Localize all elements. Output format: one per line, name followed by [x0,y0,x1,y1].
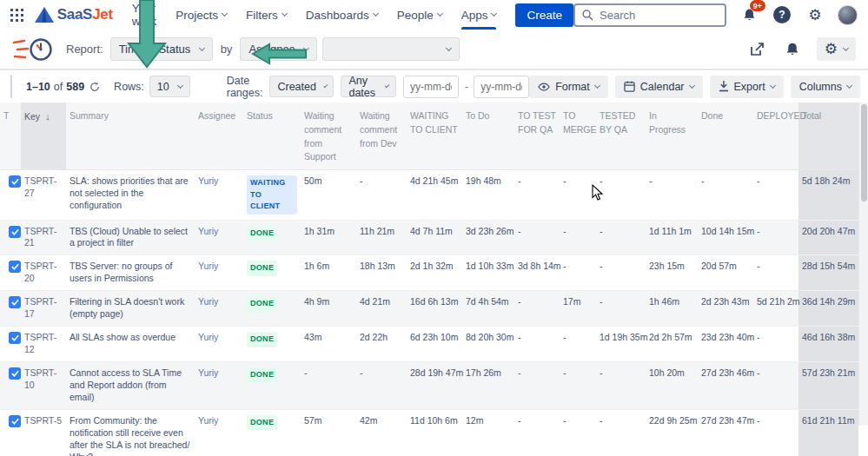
time-value-cell: - [753,409,798,456]
vertical-scrollbar[interactable] [858,102,868,426]
avatar[interactable] [838,5,858,25]
issue-summary-link[interactable]: Filtering in SLA doesn't work (empty pag… [70,296,184,319]
table-view-button[interactable] [11,76,12,97]
issue-key-link[interactable]: TSPRT-17 [24,296,56,319]
create-button[interactable]: Create [515,3,573,27]
column-header-label: Assignee [198,110,235,121]
column-header-tested-by-qa[interactable]: TESTED BY QA [596,102,646,170]
column-header-key[interactable]: Key ↓ [21,102,66,170]
date-to-input[interactable] [474,76,529,98]
issue-key-link[interactable]: TSPRT-21 [24,226,56,248]
assignee-link[interactable]: Yuriy [198,261,218,271]
column-header-to-test-for-qa[interactable]: TO TEST FOR QA [514,102,560,170]
issue-summary-link[interactable]: TBS Server: no groups of users in Permis… [70,261,172,283]
issue-summary-link[interactable]: TBS (Cloud) Unable to select a project i… [70,226,188,248]
column-header-label: WAITING TO CLIENT [410,110,458,135]
search-input[interactable]: Search [573,3,726,27]
task-type-icon[interactable] [9,261,21,273]
brand-jet: Jet [92,6,113,23]
scrollbar-thumb[interactable] [861,104,867,202]
issue-summary-link[interactable]: From Community: the notification still r… [70,415,189,456]
column-header-total[interactable]: Total [798,102,858,170]
time-value-cell: - [646,170,698,221]
nav-item-dashboards[interactable]: Dashboards [306,0,378,30]
column-header-assignee[interactable]: Assignee [195,102,243,170]
column-header-to-do[interactable]: To Do [462,102,514,170]
column-header-to-merge[interactable]: TO MERGE [560,102,596,170]
group-by-select[interactable]: Assignee [240,37,316,61]
task-type-icon[interactable] [9,415,21,427]
issue-summary-link[interactable]: Cannot access to SLA Time and Report add… [70,367,182,402]
column-header-waiting-to-client[interactable]: WAITING TO CLIENT [407,102,462,170]
task-type-icon[interactable] [9,296,21,308]
column-header-summary[interactable]: Summary [66,102,195,170]
issue-summary-link[interactable]: SLA: shows priorities that are not selec… [70,175,189,210]
table-row: TSPRT-21TBS (Cloud) Unable to select a p… [0,220,858,255]
column-header-label: TO MERGE [563,110,597,135]
chevron-down-icon [688,82,694,88]
issue-key-link[interactable]: TSPRT-27 [24,175,56,198]
assignee-link[interactable]: Yuriy [198,332,218,342]
status-badge: DONE [247,415,277,431]
refresh-button[interactable] [88,80,102,94]
report-notifications-button[interactable] [782,39,803,60]
date-field-select[interactable]: Created [269,76,334,97]
issue-key-link[interactable]: TSPRT-12 [24,332,56,354]
task-type-icon[interactable] [9,367,21,380]
button-label: Format [555,81,590,93]
nav-item-people[interactable]: People [397,0,442,30]
report-settings-dropdown[interactable]: ⚙ [817,37,856,61]
assignee-link[interactable]: Yuriy [198,367,218,378]
column-header-in-progress[interactable]: In Progress [646,102,698,170]
assignee-cell: Yuriy [195,327,243,362]
top-navigation: SaaSJet Your workProjectsFiltersDashboar… [0,0,868,30]
nav-item-projects[interactable]: Projects [176,0,227,30]
time-value-cell: - [514,327,560,362]
format-button[interactable]: Format [529,76,608,98]
nav-item-filters[interactable]: Filters [246,0,287,30]
assignee-link[interactable]: Yuriy [198,226,218,236]
task-type-icon[interactable] [9,226,21,238]
issue-key-link[interactable]: TSPRT-10 [24,367,56,390]
table-row: TSPRT-12All SLAs show as overdueYuriyDON… [0,327,858,362]
issue-key-link[interactable]: TSPRT-5 [24,415,62,426]
time-value-cell: 50m [301,170,356,221]
issue-key-link[interactable]: TSPRT-20 [24,261,56,283]
column-header-t[interactable]: T [0,102,21,170]
assignee-link[interactable]: Yuriy [198,296,218,307]
columns-button[interactable]: Columns [791,76,860,98]
assignee-link[interactable]: Yuriy [198,175,218,186]
date-from-input[interactable] [403,76,459,98]
column-header-done[interactable]: Done [698,102,753,170]
task-type-icon[interactable] [9,175,21,188]
task-type-icon[interactable] [9,332,21,344]
report-type-select[interactable]: Time in Status [110,37,213,61]
table-row: TSPRT-10Cannot access to SLA Time and Re… [0,362,858,410]
time-value-cell: - [753,220,798,255]
settings-button[interactable]: ⚙ [805,4,825,25]
app-switcher-icon[interactable] [10,6,24,23]
column-header-waiting-comment-from-support[interactable]: Waiting comment from Support [301,102,356,170]
export-button[interactable]: Export [710,76,784,98]
user-filter-select[interactable] [322,37,460,61]
nav-item-apps[interactable]: Apps [461,0,497,30]
notifications-button[interactable]: 9+ [739,4,759,25]
calendar-button[interactable]: Calendar [615,76,703,98]
date-preset-select[interactable]: Any dates [341,76,396,97]
column-header-status[interactable]: Status [243,102,301,170]
assignee-link[interactable]: Yuriy [198,415,218,426]
search-icon [582,10,593,21]
column-header-deployed[interactable]: DEPLOYED [753,102,798,170]
table-row: TSPRT-27SLA: shows priorities that are n… [0,170,858,221]
rows-per-page-select[interactable]: 10 [149,76,190,97]
column-header-waiting-comment-from-dev[interactable]: Waiting comment from Dev [356,102,407,170]
saasjet-logo[interactable]: SaaSJet [35,6,113,23]
issue-summary-link[interactable]: All SLAs show as overdue [70,332,176,342]
eye-icon [538,83,550,91]
time-value-cell: 7d 4h 54m [462,291,514,327]
nav-item-your-work[interactable]: Your work [132,0,157,30]
column-header-label: Waiting comment from Support [304,110,341,162]
help-button[interactable]: ? [772,4,792,25]
time-value-cell: 4d 7h 11m [407,220,462,255]
share-button[interactable] [747,39,768,60]
